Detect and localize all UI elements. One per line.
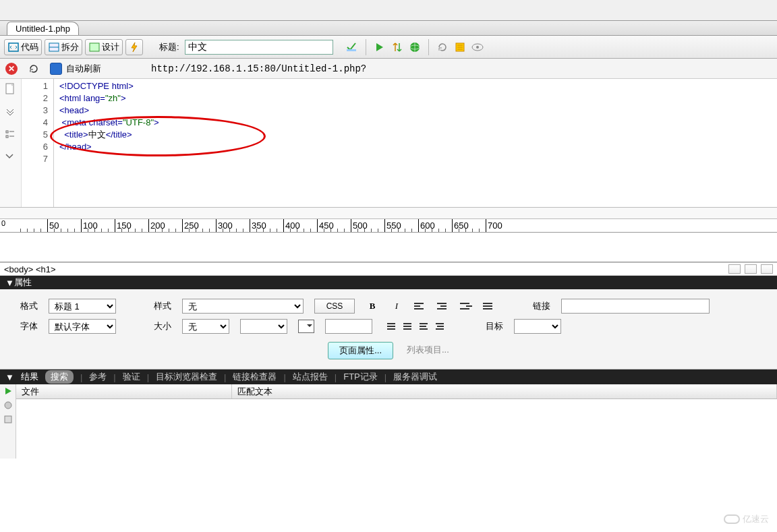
watermark: 亿速云 — [724, 513, 769, 525]
play-icon[interactable] — [4, 387, 12, 397]
stop-icon[interactable]: ✕ — [5, 63, 18, 75]
list-icon[interactable] — [453, 40, 467, 54]
updown-icon[interactable] — [391, 40, 404, 54]
results-body: 文件 匹配文本 — [0, 384, 777, 459]
format-select[interactable]: 标题 1 — [49, 299, 116, 314]
zoom-tool-icon[interactable] — [761, 264, 773, 274]
design-view-button[interactable]: 设计 — [85, 39, 123, 55]
svg-point-13 — [476, 46, 479, 49]
indent-icon[interactable] — [436, 321, 448, 332]
svg-rect-4 — [347, 49, 356, 51]
style-label: 样式 — [147, 300, 171, 312]
split-view-button[interactable]: 拆分 — [45, 39, 82, 55]
ruler: 0 50100150200250300350400450500550600650… — [0, 219, 777, 233]
stop-result-icon[interactable] — [4, 401, 12, 411]
check-icon[interactable] — [345, 40, 359, 54]
tab-site-report[interactable]: 站点报告 — [293, 371, 328, 383]
title-input[interactable] — [185, 40, 333, 55]
split-icon — [48, 41, 60, 53]
font-select[interactable]: 默认字体 — [49, 319, 116, 334]
code-area[interactable]: <!DOCTYPE html> <html lang="zh"> <head> … — [54, 79, 777, 207]
expand-icon[interactable] — [5, 106, 17, 118]
design-view-area[interactable] — [0, 233, 777, 262]
refresh-icon[interactable] — [436, 40, 449, 54]
results-gutter — [0, 384, 16, 459]
code-icon — [7, 41, 20, 53]
css-button[interactable]: CSS — [314, 299, 355, 314]
align-center-icon[interactable] — [437, 301, 449, 312]
column-file[interactable]: 文件 — [16, 384, 232, 398]
live-view-button[interactable] — [125, 39, 143, 55]
svg-rect-3 — [90, 43, 99, 51]
link-input[interactable] — [561, 299, 710, 314]
align-justify-icon[interactable] — [483, 301, 495, 312]
target-label: 目标 — [479, 320, 503, 332]
address-bar: ✕ 自动刷新 http://192.168.1.15:80/Untitled-1… — [0, 59, 777, 79]
code-view-button[interactable]: 代码 — [4, 39, 42, 55]
reload-icon[interactable] — [27, 62, 40, 76]
file-tab[interactable]: Untitled-1.php — [7, 22, 79, 35]
align-right-icon[interactable] — [460, 301, 472, 312]
italic-button[interactable]: I — [390, 299, 403, 313]
color-swatch[interactable] — [298, 320, 314, 333]
play-icon[interactable] — [373, 40, 386, 54]
target-select[interactable] — [514, 319, 561, 334]
column-match-text[interactable]: 匹配文本 — [232, 384, 777, 398]
tag-path[interactable]: <body> <h1> — [4, 264, 56, 274]
design-label: 设计 — [102, 41, 119, 53]
style-select[interactable]: 无 — [182, 299, 304, 314]
list-ol-icon[interactable] — [403, 321, 415, 332]
svg-point-19 — [5, 402, 11, 409]
auto-refresh-checkbox[interactable] — [50, 63, 62, 75]
chevron-down-icon[interactable] — [5, 152, 17, 164]
tab-link-checker[interactable]: 链接检查器 — [233, 371, 277, 383]
size-select[interactable]: 无 — [182, 319, 229, 334]
outline-icon[interactable] — [5, 129, 17, 141]
tab-validate[interactable]: 验证 — [123, 371, 140, 383]
results-header: ▼ 结果 搜索 |参考 |验证 |目标浏览器检查 |链接检查器 |站点报告 |F… — [0, 370, 777, 384]
design-icon — [88, 41, 100, 53]
align-left-icon[interactable] — [414, 301, 426, 312]
splitter-horizontal[interactable] — [0, 207, 777, 219]
svg-rect-20 — [5, 416, 11, 423]
properties-header[interactable]: ▼ 属性 — [0, 276, 777, 289]
results-title: 结果 — [21, 371, 38, 383]
title-label: 标题: — [159, 41, 179, 53]
main-toolbar: 代码 拆分 设计 标题: — [0, 36, 777, 59]
bold-button[interactable]: B — [366, 299, 379, 313]
color-input[interactable] — [325, 319, 372, 334]
link-label: 链接 — [526, 300, 550, 312]
properties-panel: 格式 标题 1 样式 无 CSS B I 链接 字体 默认字体 大小 无 — [0, 289, 777, 370]
file-tab-bar: Untitled-1.php — [0, 21, 777, 36]
separator — [428, 39, 429, 55]
eye-icon[interactable] — [471, 40, 484, 54]
tab-browser-check[interactable]: 目标浏览器检查 — [156, 371, 217, 383]
selector-tool-icon[interactable] — [728, 264, 741, 274]
code-label: 代码 — [21, 41, 38, 53]
size-unit-select[interactable] — [240, 319, 287, 334]
page-properties-button[interactable]: 页面属性... — [328, 342, 393, 359]
svg-rect-16 — [6, 136, 8, 138]
list-ul-icon[interactable] — [387, 321, 399, 332]
lightning-icon — [129, 41, 140, 53]
tag-selector: <body> <h1> — [0, 262, 777, 276]
line-numbers: 1 2 3 4 5 6 7 — [22, 79, 54, 207]
editor-left-gutter — [0, 79, 22, 207]
outdent-icon[interactable] — [420, 321, 432, 332]
save-result-icon[interactable] — [4, 415, 12, 425]
url-display: http://192.168.1.15:80/Untitled-1.php? — [151, 63, 366, 74]
code-editor: 1 2 3 4 5 6 7 <!DOCTYPE html> <html lang… — [0, 79, 777, 207]
tab-reference[interactable]: 参考 — [89, 371, 107, 383]
tab-search[interactable]: 搜索 — [45, 370, 74, 384]
font-label: 字体 — [13, 320, 38, 332]
size-label: 大小 — [147, 320, 171, 332]
auto-refresh-label: 自动刷新 — [66, 63, 101, 75]
format-label: 格式 — [13, 300, 38, 312]
properties-title: 属性 — [14, 276, 32, 289]
tab-server-debug[interactable]: 服务器调试 — [393, 371, 437, 383]
hand-tool-icon[interactable] — [745, 264, 757, 274]
document-icon[interactable] — [5, 83, 17, 95]
tab-ftp-log[interactable]: FTP记录 — [343, 371, 378, 383]
globe-icon[interactable] — [408, 40, 422, 54]
split-label: 拆分 — [61, 41, 79, 53]
